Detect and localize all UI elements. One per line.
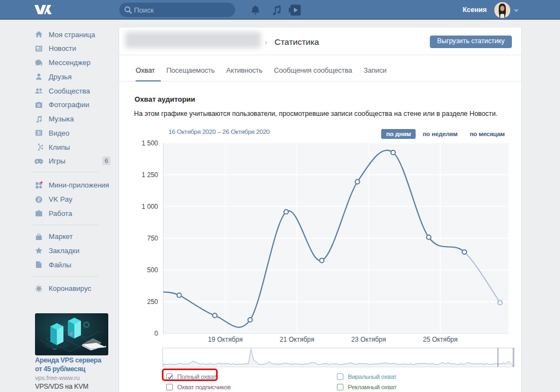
svg-text:500: 500 [147,266,158,274]
svg-text:23 Октября: 23 Октября [351,336,386,343]
svg-text:1 000: 1 000 [142,203,158,210]
svg-text:0: 0 [154,330,158,337]
svg-text:1 250: 1 250 [142,171,158,179]
svg-text:250: 250 [147,298,158,306]
svg-text:21 Октября: 21 Октября [279,336,314,343]
svg-text:1 500: 1 500 [142,139,158,147]
svg-text:25 Октября: 25 Октября [423,336,457,343]
svg-text:750: 750 [147,235,158,242]
svg-text:19 Октября: 19 Октября [208,336,242,343]
